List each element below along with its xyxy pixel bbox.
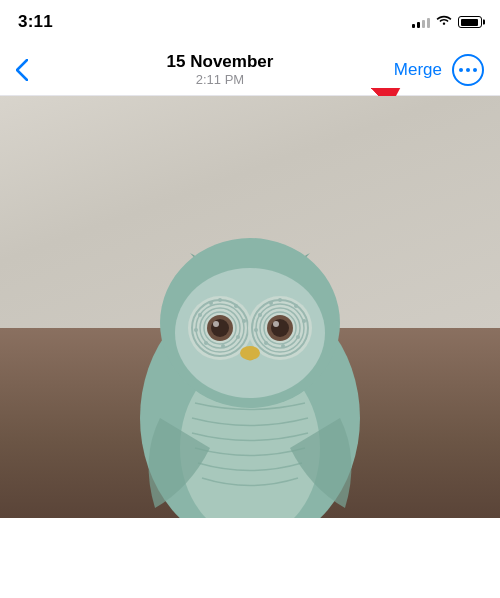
svg-point-12: [234, 304, 238, 308]
status-time: 3:11: [18, 12, 53, 32]
svg-point-28: [278, 298, 282, 302]
svg-point-35: [258, 313, 262, 317]
wifi-icon: [436, 13, 452, 31]
svg-point-13: [242, 319, 246, 323]
svg-point-17: [194, 328, 198, 332]
status-bar: 3:11: [0, 0, 500, 44]
svg-point-29: [294, 304, 298, 308]
owl-svg: [80, 138, 420, 518]
more-options-button[interactable]: [452, 54, 484, 86]
back-button[interactable]: [16, 59, 56, 81]
svg-point-21: [211, 319, 229, 337]
svg-point-14: [236, 335, 240, 339]
svg-point-16: [204, 341, 208, 345]
svg-point-18: [198, 313, 202, 317]
merge-button[interactable]: Merge: [394, 60, 442, 80]
svg-point-30: [302, 319, 306, 323]
owl-photo: [0, 96, 500, 518]
more-dots-icon: [459, 68, 477, 72]
photo-area: [0, 96, 500, 518]
nav-title-block: 15 November 2:11 PM: [56, 52, 384, 88]
battery-icon: [458, 16, 482, 28]
nav-title: 15 November: [56, 52, 384, 72]
nav-subtitle: 2:11 PM: [56, 72, 384, 88]
svg-point-11: [218, 298, 222, 302]
svg-point-34: [254, 328, 258, 332]
svg-point-38: [271, 319, 289, 337]
svg-point-36: [269, 301, 273, 305]
status-icons: [412, 13, 482, 31]
svg-point-22: [213, 321, 219, 327]
svg-point-32: [281, 344, 285, 348]
svg-point-31: [296, 335, 300, 339]
navigation-bar: 15 November 2:11 PM Merge: [0, 44, 500, 96]
svg-point-40: [240, 346, 260, 360]
signal-icon: [412, 16, 430, 28]
svg-point-15: [221, 344, 225, 348]
svg-point-39: [273, 321, 279, 327]
svg-point-19: [209, 301, 213, 305]
nav-right-actions: Merge: [384, 54, 484, 86]
svg-point-33: [264, 341, 268, 345]
